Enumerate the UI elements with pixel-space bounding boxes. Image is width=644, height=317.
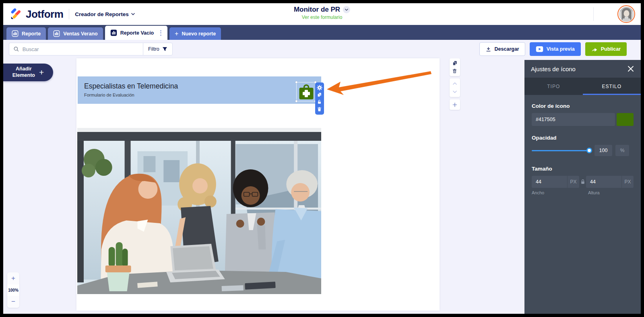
close-icon[interactable] xyxy=(627,65,634,72)
page-actions-card xyxy=(450,58,460,76)
product-switcher[interactable]: Creador de Reportes xyxy=(75,11,135,17)
delete-page-icon[interactable] xyxy=(452,68,458,74)
tab-reporte-vacio[interactable]: Reporte Vacío xyxy=(105,26,167,40)
width-unit: PX xyxy=(567,176,579,188)
opacity-slider[interactable] xyxy=(532,148,591,153)
avatar-photo xyxy=(619,7,634,22)
workspace: Especialistas en Telemedicina Formulario… xyxy=(3,58,641,314)
form-title-menu[interactable]: Monitor de PR xyxy=(294,6,350,14)
opacity-label: Opacidad xyxy=(532,135,634,141)
play-icon xyxy=(536,46,543,52)
report-chart-icon xyxy=(110,29,117,36)
report-chart-icon xyxy=(53,30,60,37)
chevron-down-icon xyxy=(345,8,349,11)
app-window: Jotform Creador de Reportes Monitor de P… xyxy=(0,0,644,317)
medical-kit-icon xyxy=(297,83,315,101)
user-avatar[interactable] xyxy=(617,5,635,23)
zoom-control: + 100% − xyxy=(7,272,19,308)
form-title: Monitor de PR xyxy=(294,6,340,14)
zoom-in-button[interactable]: + xyxy=(7,272,19,284)
icon-color-label: Color de ícono xyxy=(532,103,634,109)
preview-button[interactable]: Vista previa xyxy=(530,42,581,56)
add-page-icon[interactable] xyxy=(452,102,458,107)
top-header: Jotform Creador de Reportes Monitor de P… xyxy=(3,3,641,25)
report-chart-icon xyxy=(12,30,19,37)
move-down-icon[interactable] xyxy=(452,89,458,95)
chevron-down-icon xyxy=(131,13,135,16)
brand-name: Jotform xyxy=(26,8,63,21)
tab-options-menu-icon[interactable] xyxy=(159,29,162,37)
panel-tabs: TIPO ESTILO xyxy=(524,78,641,95)
opacity-unit: % xyxy=(615,145,629,156)
zoom-out-button[interactable]: − xyxy=(7,296,19,308)
plus-icon: + xyxy=(175,30,178,37)
selected-icon-element[interactable] xyxy=(296,82,316,101)
publish-button[interactable]: Publicar xyxy=(585,42,627,56)
page-order-card xyxy=(450,78,460,97)
search-icon xyxy=(13,46,19,52)
tab-ventas-verano[interactable]: Ventas Verano xyxy=(48,27,103,40)
trash-icon[interactable] xyxy=(317,107,322,112)
report-builder: Jotform Creador de Reportes Monitor de P… xyxy=(3,3,641,314)
search-input[interactable] xyxy=(23,46,139,52)
size-label: Tamaño xyxy=(532,166,634,172)
zoom-level: 100% xyxy=(7,284,19,296)
divider xyxy=(69,9,69,19)
report-canvas[interactable]: Especialistas en Telemedicina Formulario… xyxy=(76,58,440,311)
add-element-button[interactable]: Añadir Elemento + xyxy=(3,64,53,81)
move-up-icon[interactable] xyxy=(452,81,458,86)
search-box[interactable] xyxy=(9,43,143,56)
funnel-icon xyxy=(162,47,167,51)
office-team-photo xyxy=(77,128,321,294)
unlock-icon[interactable] xyxy=(317,99,322,105)
resize-handle[interactable] xyxy=(295,81,298,84)
filter-button[interactable]: Filtro xyxy=(143,43,173,56)
send-arrow-icon xyxy=(591,46,598,52)
duplicate-page-icon[interactable] xyxy=(452,60,458,66)
report-tabs: Reporte Ventas Verano Reporte Vacío + Nu… xyxy=(3,25,641,40)
new-report-button[interactable]: + Nuevo reporte xyxy=(169,27,221,40)
download-button[interactable]: Descargar xyxy=(479,42,525,56)
report-image-element[interactable] xyxy=(77,128,321,294)
color-swatch[interactable] xyxy=(617,113,634,126)
action-toolbar: Filtro Descargar Vista previa Publicar xyxy=(3,40,641,58)
report-title: Especialistas en Telemedicina xyxy=(84,82,178,91)
jotform-logo-icon[interactable] xyxy=(10,8,22,20)
tab-reporte[interactable]: Reporte xyxy=(6,27,46,40)
tab-tipo[interactable]: TIPO xyxy=(524,78,583,95)
view-form-link[interactable]: Ver este formulario xyxy=(294,14,350,20)
download-icon xyxy=(485,46,491,52)
tab-estilo[interactable]: ESTILO xyxy=(583,78,641,95)
opacity-value-input[interactable] xyxy=(594,145,612,156)
height-unit: PX xyxy=(621,176,634,188)
resize-handle[interactable] xyxy=(295,100,298,103)
report-subtitle: Formulario de Evaluación xyxy=(84,93,134,97)
icon-settings-panel: Ajustes de ícono TIPO ESTILO Color de íc… xyxy=(524,60,641,314)
width-sublabel: Ancho xyxy=(532,190,588,195)
height-sublabel: Altura xyxy=(588,190,600,195)
report-header-element[interactable]: Especialistas en Telemedicina Formulario… xyxy=(78,76,321,104)
width-input[interactable] xyxy=(532,176,567,188)
height-input[interactable] xyxy=(586,176,621,188)
settings-gear-icon[interactable] xyxy=(317,85,322,91)
divider xyxy=(593,7,594,21)
add-page-card xyxy=(450,99,460,110)
lock-ratio-icon[interactable] xyxy=(579,179,586,185)
duplicate-icon[interactable] xyxy=(317,92,322,98)
icon-color-input[interactable] xyxy=(532,113,615,126)
form-title-chevron[interactable] xyxy=(343,6,350,13)
slider-thumb[interactable] xyxy=(586,148,592,153)
plus-icon: + xyxy=(39,68,44,77)
element-toolbar xyxy=(315,82,324,115)
panel-title: Ajustes de ícono xyxy=(531,66,576,72)
